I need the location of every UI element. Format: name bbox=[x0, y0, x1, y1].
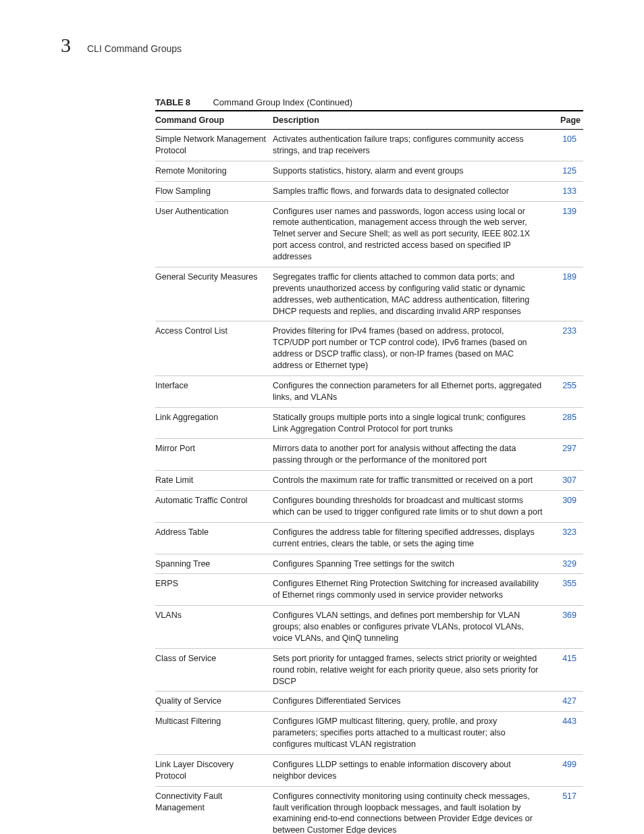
page-link[interactable]: 297 bbox=[562, 444, 576, 453]
cell-description: Sets port priority for untagged frames, … bbox=[273, 648, 549, 692]
cell-command-group: Multicast Filtering bbox=[155, 712, 273, 755]
cell-command-group: User Authentication bbox=[155, 201, 273, 267]
table-title: Command Group Index (Continued) bbox=[213, 97, 352, 107]
cell-description: Configures connectivity monitoring using… bbox=[273, 786, 549, 834]
cell-description: Configures the connection parameters for… bbox=[273, 375, 549, 407]
table-number: TABLE 8 bbox=[155, 97, 190, 107]
cell-description: Configures Spanning Tree settings for th… bbox=[273, 554, 549, 574]
cell-command-group: Rate Limit bbox=[155, 471, 273, 491]
cell-description: Configures bounding thresholds for broad… bbox=[273, 491, 549, 523]
table-row: Quality of ServiceConfigures Differentia… bbox=[155, 692, 583, 712]
command-group-table: Command Group Description Page Simple Ne… bbox=[155, 110, 583, 834]
table-row: Rate LimitControls the maximum rate for … bbox=[155, 471, 583, 491]
cell-page: 309 bbox=[549, 491, 583, 523]
page-link[interactable]: 309 bbox=[562, 496, 576, 505]
table-row: Flow SamplingSamples traffic flows, and … bbox=[155, 181, 583, 201]
cell-page: 297 bbox=[549, 439, 583, 471]
cell-page: 355 bbox=[549, 574, 583, 606]
page-link[interactable]: 255 bbox=[562, 381, 576, 390]
cell-description: Statically groups multiple ports into a … bbox=[273, 407, 549, 439]
cell-command-group: Remote Monitoring bbox=[155, 161, 273, 181]
col-header-desc: Description bbox=[273, 111, 549, 130]
table-row: Class of ServiceSets port priority for u… bbox=[155, 648, 583, 692]
cell-command-group: General Security Measures bbox=[155, 267, 273, 321]
cell-page: 105 bbox=[549, 130, 583, 161]
page-link[interactable]: 105 bbox=[562, 134, 576, 144]
table-row: Simple Network Management ProtocolActiva… bbox=[155, 130, 583, 161]
cell-command-group: Interface bbox=[155, 375, 273, 407]
page-link[interactable]: 133 bbox=[562, 186, 576, 196]
table-row: Multicast FilteringConfigures IGMP multi… bbox=[155, 712, 583, 755]
chapter-title: CLI Command Groups bbox=[87, 43, 182, 54]
table-row: InterfaceConfigures the connection param… bbox=[155, 375, 583, 407]
cell-page: 189 bbox=[549, 267, 583, 321]
table-header-row: Command Group Description Page bbox=[155, 111, 583, 130]
page-link[interactable]: 499 bbox=[562, 760, 576, 769]
cell-description: Provides filtering for IPv4 frames (base… bbox=[273, 321, 549, 376]
table-row: Mirror PortMirrors data to another port … bbox=[155, 439, 583, 471]
page-link[interactable]: 189 bbox=[562, 272, 576, 282]
table-row: Link AggregationStatically groups multip… bbox=[155, 407, 583, 439]
cell-page: 233 bbox=[549, 321, 583, 376]
table-container: TABLE 8 Command Group Index (Continued) … bbox=[155, 97, 583, 834]
cell-command-group: Automatic Traffic Control bbox=[155, 491, 273, 523]
cell-command-group: ERPS bbox=[155, 574, 273, 606]
cell-command-group: VLANs bbox=[155, 606, 273, 649]
cell-description: Segregates traffic for clients attached … bbox=[273, 267, 549, 321]
cell-description: Configures Differentiated Services bbox=[273, 692, 549, 712]
page-link[interactable]: 139 bbox=[562, 207, 576, 216]
cell-description: Mirrors data to another port for analysi… bbox=[273, 439, 549, 471]
page-link[interactable]: 427 bbox=[562, 696, 576, 706]
page-link[interactable]: 323 bbox=[562, 527, 576, 537]
cell-page: 323 bbox=[549, 522, 583, 554]
page-link[interactable]: 307 bbox=[562, 475, 576, 485]
page-header: 3 CLI Command Groups bbox=[61, 34, 583, 57]
cell-command-group: Link Layer Discovery Protocol bbox=[155, 754, 273, 786]
cell-description: Configures Ethernet Ring Protection Swit… bbox=[273, 574, 549, 606]
cell-page: 443 bbox=[549, 712, 583, 755]
table-row: Connectivity Fault ManagementConfigures … bbox=[155, 786, 583, 834]
cell-page: 307 bbox=[549, 471, 583, 491]
cell-command-group: Simple Network Management Protocol bbox=[155, 130, 273, 161]
chapter-number: 3 bbox=[61, 34, 71, 57]
cell-description: Configures VLAN settings, and defines po… bbox=[273, 606, 549, 649]
table-row: Automatic Traffic ControlConfigures boun… bbox=[155, 491, 583, 523]
cell-page: 517 bbox=[549, 786, 583, 834]
table-row: Remote MonitoringSupports statistics, hi… bbox=[155, 161, 583, 181]
page-link[interactable]: 517 bbox=[562, 791, 576, 801]
cell-command-group: Connectivity Fault Management bbox=[155, 786, 273, 834]
cell-command-group: Spanning Tree bbox=[155, 554, 273, 574]
table-row: General Security MeasuresSegregates traf… bbox=[155, 267, 583, 321]
table-row: Spanning TreeConfigures Spanning Tree se… bbox=[155, 554, 583, 574]
cell-page: 499 bbox=[549, 754, 583, 786]
cell-page: 139 bbox=[549, 201, 583, 267]
cell-page: 415 bbox=[549, 648, 583, 692]
table-row: Address TableConfigures the address tabl… bbox=[155, 522, 583, 554]
table-row: Link Layer Discovery ProtocolConfigures … bbox=[155, 754, 583, 786]
page-link[interactable]: 355 bbox=[562, 579, 576, 588]
cell-description: Samples traffic flows, and forwards data… bbox=[273, 181, 549, 201]
page-link[interactable]: 125 bbox=[562, 166, 576, 176]
table-row: User AuthenticationConfigures user names… bbox=[155, 201, 583, 267]
page-link[interactable]: 369 bbox=[562, 610, 576, 620]
page-link[interactable]: 285 bbox=[562, 413, 576, 422]
page-link[interactable]: 233 bbox=[562, 326, 576, 336]
cell-command-group: Link Aggregation bbox=[155, 407, 273, 439]
cell-description: Activates authentication failure traps; … bbox=[273, 130, 549, 161]
cell-page: 133 bbox=[549, 181, 583, 201]
page-link[interactable]: 415 bbox=[562, 654, 576, 663]
cell-description: Configures user names and passwords, log… bbox=[273, 201, 549, 267]
page-link[interactable]: 443 bbox=[562, 716, 576, 726]
table-caption: TABLE 8 Command Group Index (Continued) bbox=[155, 97, 583, 107]
cell-page: 427 bbox=[549, 692, 583, 712]
page-link[interactable]: 329 bbox=[562, 559, 576, 569]
cell-description: Configures the address table for filteri… bbox=[273, 522, 549, 554]
cell-command-group: Mirror Port bbox=[155, 439, 273, 471]
cell-description: Controls the maximum rate for traffic tr… bbox=[273, 471, 549, 491]
cell-page: 329 bbox=[549, 554, 583, 574]
cell-description: Configures LLDP settings to enable infor… bbox=[273, 754, 549, 786]
table-row: Access Control ListProvides filtering fo… bbox=[155, 321, 583, 376]
cell-description: Supports statistics, history, alarm and … bbox=[273, 161, 549, 181]
cell-description: Configures IGMP multicast filtering, que… bbox=[273, 712, 549, 755]
cell-page: 285 bbox=[549, 407, 583, 439]
